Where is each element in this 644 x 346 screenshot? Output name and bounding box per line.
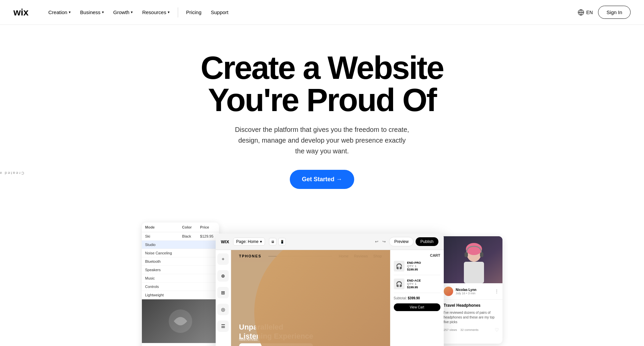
hero-subtitle: Discover the platform that gives you the… xyxy=(235,124,409,156)
nav-links: Creation ▾ Business ▾ Growth ▾ Resources… xyxy=(44,7,232,18)
editor-toolbar: ＋ ⊕ ⊞ ◎ ☰ xyxy=(216,250,231,346)
col-price: Price xyxy=(197,223,219,232)
nav-left: wix Creation ▾ Business ▾ Growth ▾ Resou… xyxy=(13,7,232,18)
screenshots-section: Mode Color Price SkiBlack$129.95StudioNo… xyxy=(0,209,644,346)
page-selector[interactable]: Page: Home ▾ xyxy=(233,238,265,246)
table-row[interactable]: Music xyxy=(142,274,219,283)
browser-wix-logo: WIX xyxy=(221,239,229,244)
pages-tool[interactable]: ⊞ xyxy=(217,287,229,298)
svg-rect-7 xyxy=(465,252,468,257)
svg-point-6 xyxy=(466,243,482,255)
nav-business[interactable]: Business ▾ xyxy=(76,7,108,18)
cell-mode: Lightweight xyxy=(142,291,179,299)
blog-more-button[interactable]: ⋮ xyxy=(494,289,499,294)
table-row[interactable]: Speakers xyxy=(142,266,219,274)
browser-mockup: WIX Page: Home ▾ 🖥 📱 ↩ ↪ Preview Publish xyxy=(216,234,444,346)
desktop-view-icon[interactable]: 🖥 xyxy=(269,238,276,245)
cart-item-image-2: 🎧 xyxy=(394,279,405,289)
browser-toolbar: WIX Page: Home ▾ 🖥 📱 ↩ ↪ Preview Publish xyxy=(216,234,444,250)
product-image xyxy=(142,299,219,343)
nav-support[interactable]: Support xyxy=(207,7,233,18)
chevron-icon: ▾ xyxy=(260,239,262,244)
table-row[interactable]: SkiBlack$129.95 xyxy=(142,232,219,241)
blog-avatar xyxy=(444,287,453,296)
view-cart-button[interactable]: View Cart xyxy=(394,303,440,311)
blog-post-title: Travel Headphones xyxy=(444,303,499,308)
nav-resources[interactable]: Resources ▾ xyxy=(138,7,174,18)
cart-item-name-1: END-PRO xyxy=(407,261,421,264)
table-row[interactable]: Lightweight xyxy=(142,291,219,299)
cart-item-info-1: END-PRO QTY: 1 $199.95 xyxy=(407,261,421,271)
blog-post-excerpt: I've reviewed dozens of pairs of headpho… xyxy=(444,310,499,325)
preview-button[interactable]: Preview xyxy=(389,237,414,246)
table-row[interactable]: Studio xyxy=(142,241,219,249)
cart-item-image-1: 🎧 xyxy=(394,261,405,271)
cart-item-name-2: END-ACE xyxy=(407,279,421,282)
cell-color xyxy=(179,249,197,257)
undo-redo: ↩ ↪ xyxy=(374,239,387,245)
author-name: Nicolas Lynn xyxy=(456,288,477,292)
cell-color xyxy=(179,274,197,283)
cart-panel: CART 🎧 END-PRO QTY: 1 $199.95 🎧 END-ACE … xyxy=(390,250,444,346)
app-tool[interactable]: ◎ xyxy=(217,304,229,315)
cell-mode: Speakers xyxy=(142,266,179,274)
browser-actions: ↩ ↪ Preview Publish xyxy=(374,237,438,246)
blog-author-row: Nicolas Lynn July 16 • 3 min ⋮ xyxy=(440,283,502,300)
redo-button[interactable]: ↪ xyxy=(381,239,387,245)
cell-mode: Music xyxy=(142,274,179,283)
blog-card: Nicolas Lynn July 16 • 3 min ⋮ Travel He… xyxy=(440,236,502,344)
media-tool[interactable]: ⊕ xyxy=(217,270,229,282)
product-table: Mode Color Price SkiBlack$129.95StudioNo… xyxy=(142,223,219,299)
left-product-card: Mode Color Price SkiBlack$129.95StudioNo… xyxy=(142,223,219,346)
table-row[interactable]: Controls xyxy=(142,283,219,291)
cart-subtotal-label: Subtotal: xyxy=(394,296,407,300)
cart-item-2: 🎧 END-ACE QTY: 1 $199.95 xyxy=(394,279,440,293)
browser-content: ＋ ⊕ ⊞ ◎ ☰ TPHONES Home Reviews Shop xyxy=(216,250,444,346)
col-color: Color xyxy=(179,223,197,232)
cart-item-price-2: $199.95 xyxy=(407,286,421,289)
cell-color xyxy=(179,283,197,291)
cart-item-price-1: $199.95 xyxy=(407,268,421,271)
cart-subtotal: Subtotal: $399.90 xyxy=(394,296,440,300)
nav-right: EN Sign In xyxy=(578,6,631,19)
blog-stats: 257 views 32 comments ♡ xyxy=(444,327,499,333)
sign-in-button[interactable]: Sign In xyxy=(598,6,631,19)
nav-pricing[interactable]: Pricing xyxy=(182,7,206,18)
view-icons: 🖥 📱 xyxy=(269,238,286,245)
headphone-decoration xyxy=(254,250,390,346)
chevron-down-icon: ▾ xyxy=(102,10,104,14)
col-mode: Mode xyxy=(142,223,179,232)
cell-color xyxy=(179,241,197,249)
website-preview: TPHONES Home Reviews Shop Unparalleled L… xyxy=(231,250,390,346)
cell-mode: Bluetooth xyxy=(142,257,179,266)
get-started-button[interactable]: Get Started → xyxy=(290,170,354,189)
author-date: July 16 • 3 min xyxy=(456,292,477,295)
blog-views-comments: 257 views 32 comments xyxy=(444,328,479,332)
undo-button[interactable]: ↩ xyxy=(374,239,380,245)
nav-creation[interactable]: Creation ▾ xyxy=(44,7,75,18)
language-selector[interactable]: EN xyxy=(578,9,593,16)
cell-color xyxy=(179,291,197,299)
table-row[interactable]: Noise Canceling xyxy=(142,249,219,257)
hero-section: Create a Website You're Proud Of Discove… xyxy=(0,25,644,209)
chevron-down-icon: ▾ xyxy=(69,10,71,14)
chevron-down-icon: ▾ xyxy=(168,10,170,14)
mobile-view-icon[interactable]: 📱 xyxy=(278,238,286,245)
add-element-tool[interactable]: ＋ xyxy=(217,253,229,265)
wix-logo[interactable]: wix xyxy=(13,7,34,17)
wix-watermark: Created with Wix xyxy=(0,171,24,175)
nav-growth[interactable]: Growth ▾ xyxy=(109,7,137,18)
data-tool[interactable]: ☰ xyxy=(217,320,229,332)
svg-text:wix: wix xyxy=(13,7,29,17)
hero-title: Create a Website You're Proud Of xyxy=(13,52,631,116)
like-button[interactable]: ♡ xyxy=(495,327,499,333)
cart-item-1: 🎧 END-PRO QTY: 1 $199.95 xyxy=(394,261,440,275)
cell-mode: Studio xyxy=(142,241,179,249)
cart-item-qty-1: QTY: 1 xyxy=(407,264,421,268)
cart-item-info-2: END-ACE QTY: 1 $199.95 xyxy=(407,279,421,289)
blog-author-info: Nicolas Lynn July 16 • 3 min xyxy=(456,288,477,295)
cell-color: Black xyxy=(179,232,197,241)
cell-mode: Ski xyxy=(142,232,179,241)
table-row[interactable]: Bluetooth xyxy=(142,257,219,266)
publish-button[interactable]: Publish xyxy=(416,237,438,246)
